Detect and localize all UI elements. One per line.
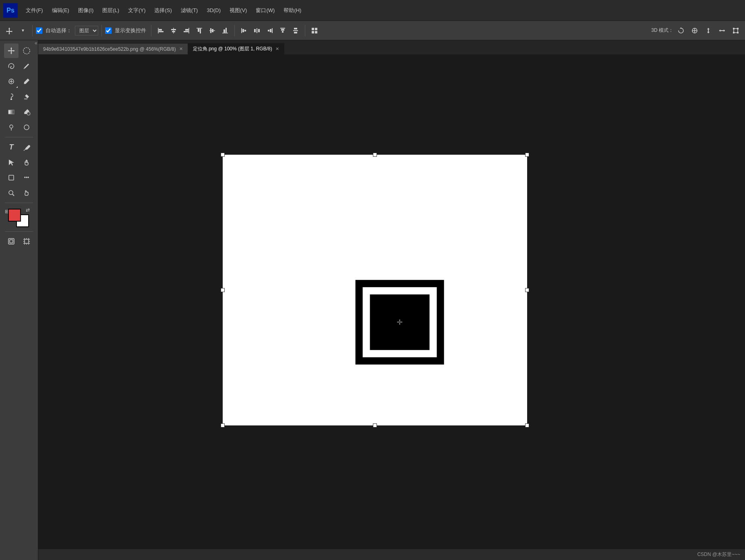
svg-rect-70: [10, 240, 13, 243]
auto-align-btn[interactable]: [308, 25, 321, 37]
dodge-btn[interactable]: [4, 120, 19, 135]
svg-rect-5: [171, 29, 176, 30]
align-right-edges-btn[interactable]: [180, 25, 192, 37]
menu-image[interactable]: 图像(I): [74, 5, 97, 16]
svg-rect-47: [733, 28, 735, 29]
3d-pan-btn[interactable]: [689, 25, 701, 37]
brush-btn[interactable]: [19, 74, 34, 89]
svg-marker-65: [9, 160, 14, 166]
transform-handle-tl[interactable]: [221, 153, 225, 157]
menu-layer[interactable]: 图层(L): [98, 5, 123, 16]
tool-row-move: [4, 44, 34, 58]
left-toolbar: T •••: [0, 40, 38, 560]
svg-rect-23: [254, 29, 256, 32]
menu-help[interactable]: 帮助(H): [279, 5, 305, 16]
collapse-panel-arrow[interactable]: «: [35, 40, 37, 46]
align-bottom-edges-btn[interactable]: [219, 25, 231, 37]
show-transform-checkbox[interactable]: [105, 27, 112, 34]
transform-handle-bl[interactable]: [221, 423, 225, 427]
inner-black-rect: ✛: [370, 295, 430, 350]
hand-btn[interactable]: [19, 155, 34, 170]
transform-handle-bm[interactable]: [373, 423, 377, 427]
svg-rect-27: [268, 30, 269, 31]
auto-select-label: 自动选择：: [46, 27, 72, 34]
menu-view[interactable]: 视图(V): [226, 5, 251, 16]
gradient-btn[interactable]: [4, 105, 19, 119]
tab-file2-close[interactable]: ✕: [275, 46, 279, 52]
transform-handle-tr[interactable]: [525, 153, 529, 157]
shape-btn[interactable]: [4, 170, 19, 185]
type-btn[interactable]: T: [4, 140, 19, 154]
transform-handle-tm[interactable]: [373, 153, 377, 157]
menu-window[interactable]: 窗口(W): [252, 5, 279, 16]
transform-handle-mr[interactable]: [525, 288, 529, 292]
menu-select[interactable]: 选择(S): [150, 5, 176, 16]
align-left-edges-btn[interactable]: [155, 25, 167, 37]
tab-file2[interactable]: 定位角.png @ 100% (图层 1, RGB/8) ✕: [188, 43, 284, 54]
3d-slide-btn[interactable]: [716, 25, 728, 37]
svg-marker-0: [6, 27, 12, 34]
menu-edit[interactable]: 编辑(E): [48, 5, 73, 16]
distribute-right-btn[interactable]: [264, 25, 276, 37]
tab-file1-close[interactable]: ✕: [179, 46, 183, 52]
hand-pan-btn[interactable]: [19, 186, 34, 200]
auto-select-checkbox[interactable]: [36, 27, 42, 34]
eyedropper-btn[interactable]: [19, 59, 34, 73]
transform-handle-ml[interactable]: [221, 288, 225, 292]
3d-move-btn[interactable]: [702, 25, 714, 37]
tab-file1-title: 94b9e634103547e9b1b1626ce5ee522b.png @ 4…: [43, 46, 176, 52]
menu-3d[interactable]: 3D(D): [203, 6, 225, 15]
move-tool-btn[interactable]: [4, 44, 19, 58]
distribute-top-btn[interactable]: [277, 25, 289, 37]
move-cursor-icon: ✛: [397, 318, 403, 327]
eraser-btn[interactable]: [19, 89, 34, 104]
svg-rect-48: [737, 28, 739, 29]
svg-rect-15: [212, 29, 213, 32]
fill-btn[interactable]: [19, 105, 34, 119]
tab-file1[interactable]: 94b9e634103547e9b1b1626ce5ee522b.png @ 4…: [38, 43, 188, 54]
3d-scale-btn[interactable]: [730, 25, 742, 37]
options-bar: ▼ 自动选择： 图层 显示变换控件: [0, 21, 745, 40]
align-h-centers-btn[interactable]: [168, 25, 180, 37]
distribute-left-btn[interactable]: [238, 25, 250, 37]
menu-filter[interactable]: 滤镜(T): [177, 5, 202, 16]
distribute-v-centers-btn[interactable]: [290, 25, 302, 37]
tool-row-lasso: [4, 59, 34, 73]
foreground-color-swatch[interactable]: [8, 209, 21, 222]
color-swatch: ⊞ ⇄: [5, 209, 33, 229]
svg-rect-32: [294, 28, 297, 29]
spot-heal-btn[interactable]: [4, 74, 19, 89]
ellipse-select-btn[interactable]: [19, 44, 34, 58]
3d-rotate-btn[interactable]: [675, 25, 687, 37]
zoom-btn[interactable]: [4, 186, 19, 200]
quick-mask-btn[interactable]: [4, 234, 19, 249]
clone-stamp-btn[interactable]: [4, 89, 19, 104]
swatch-swap-icon[interactable]: ⇄: [26, 207, 30, 213]
distribute-h-centers-btn[interactable]: [251, 25, 263, 37]
blur-btn[interactable]: [19, 120, 34, 135]
path-select-btn[interactable]: [4, 155, 19, 170]
lasso-btn[interactable]: [4, 59, 19, 73]
divider-3: [151, 25, 151, 36]
menu-file[interactable]: 文件(F): [22, 5, 47, 16]
more-tools-btn[interactable]: •••: [19, 170, 34, 185]
svg-point-52: [23, 48, 30, 54]
svg-rect-66: [9, 175, 14, 180]
svg-point-62: [10, 125, 13, 128]
svg-line-53: [24, 68, 25, 69]
transform-handle-br[interactable]: [525, 423, 529, 427]
svg-marker-38: [680, 27, 682, 29]
artboard-btn[interactable]: [19, 234, 34, 249]
menu-text[interactable]: 文字(Y): [124, 5, 149, 16]
svg-marker-45: [724, 29, 725, 32]
dropdown-arrow-icon[interactable]: ▼: [17, 25, 29, 37]
auto-select-dropdown[interactable]: 图层: [75, 26, 98, 35]
pen-btn[interactable]: [19, 140, 34, 154]
tool-row-clone: [4, 89, 34, 104]
align-top-edges-btn[interactable]: [193, 25, 205, 37]
move-tool-icon[interactable]: [3, 25, 15, 37]
divider-2: [101, 25, 102, 36]
align-v-centers-btn[interactable]: [206, 25, 218, 37]
tool-row-zoom: [4, 186, 34, 200]
svg-rect-34: [312, 28, 314, 30]
